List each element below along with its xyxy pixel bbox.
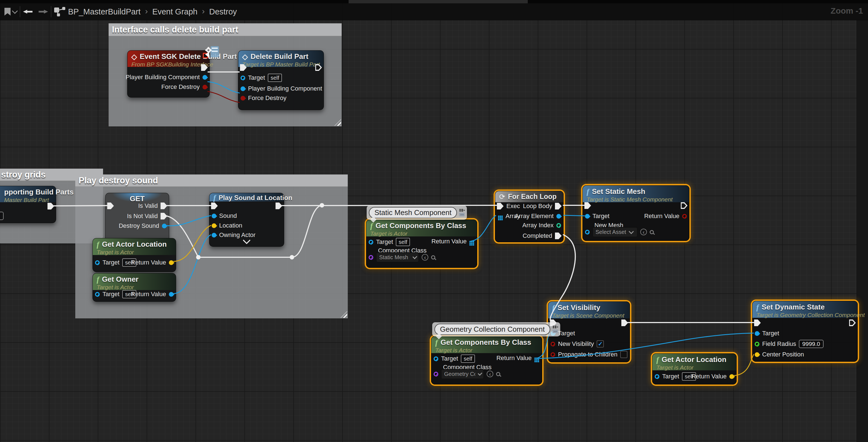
- vector-pin-in[interactable]: [755, 352, 760, 357]
- exec-out-pin[interactable]: [681, 202, 687, 209]
- node-get-owner[interactable]: f Get Owner Target is Actor Target self …: [92, 273, 176, 302]
- node-for-each-loop[interactable]: ⟳ For Each Loop Exec Array Loop Body Arr…: [495, 191, 564, 242]
- node-get-components-by-class-1[interactable]: f Get Components By Class Target is Acto…: [366, 219, 477, 268]
- bool-pin-out[interactable]: [682, 214, 687, 218]
- bool-pin-in[interactable]: [551, 342, 555, 347]
- class-dropdown[interactable]: Geometry Collec: [441, 369, 484, 379]
- node-delete-build-part[interactable]: ◇ Delete Build Part Target is BP Master …: [238, 50, 324, 110]
- vector-pin-in[interactable]: [212, 224, 216, 228]
- comment-title-bar[interactable]: Interface calls delete build part: [108, 23, 342, 36]
- field-radius-value-box[interactable]: 9999.0: [799, 340, 823, 348]
- breadcrumb-blueprint[interactable]: BP_MasterBuildPart: [68, 7, 141, 17]
- int-pin-out[interactable]: [556, 223, 561, 228]
- node-supporting-build-parts[interactable]: pporting Build Parts Master Build Part: [0, 186, 56, 223]
- target-pin[interactable]: [655, 374, 659, 379]
- exec-in-pin[interactable]: [497, 203, 503, 209]
- object-pin-in[interactable]: [212, 214, 216, 218]
- pin-label: Target: [662, 373, 679, 380]
- breadcrumb-event-graph[interactable]: Event Graph: [152, 7, 197, 17]
- exec-out-is-valid-pin[interactable]: [160, 203, 167, 209]
- function-icon: f: [656, 357, 659, 363]
- bubble-static-mesh-component[interactable]: Static Mesh Component …: [367, 206, 467, 220]
- exec-out-pin[interactable]: [201, 64, 208, 71]
- target-pin[interactable]: [585, 214, 590, 218]
- target-pin[interactable]: [755, 331, 760, 336]
- propagate-to-children-checkbox[interactable]: [620, 351, 627, 358]
- exec-in-pin[interactable]: [107, 203, 114, 209]
- browse-icon[interactable]: [650, 230, 654, 234]
- pin-icon[interactable]: [553, 326, 558, 328]
- browse-icon[interactable]: [431, 255, 435, 260]
- object-pin-in[interactable]: [241, 86, 245, 91]
- node-set-visibility[interactable]: f Set Visibility Target is Scene Compone…: [548, 301, 630, 362]
- object-pin-out[interactable]: [556, 214, 561, 218]
- self-value-box[interactable]: self: [461, 354, 475, 363]
- node-set-dynamic-state[interactable]: f Set Dynamic State Target is Geometry C…: [752, 301, 858, 362]
- object-pin-out[interactable]: [169, 292, 174, 297]
- node-event-sgk-delete-build-part[interactable]: ◇ Event SGK Delete Build Part From BP SG…: [127, 50, 210, 97]
- exec-out-loop-body-pin[interactable]: [555, 203, 562, 209]
- target-pin[interactable]: [369, 240, 373, 244]
- class-pin-in[interactable]: [369, 255, 373, 260]
- node-get-actor-location-1[interactable]: f Get Actor Location Target is Actor Tar…: [92, 238, 176, 272]
- float-pin-in[interactable]: [755, 342, 760, 347]
- exec-out-pin[interactable]: [48, 203, 54, 209]
- object-pin-out[interactable]: [162, 224, 167, 228]
- exec-in-pin[interactable]: [754, 320, 761, 326]
- pin-label: Loop Body: [523, 203, 552, 210]
- bookmarks-dropdown[interactable]: [4, 8, 17, 16]
- object-pin-in[interactable]: [212, 233, 216, 238]
- vector-pin-out[interactable]: [169, 260, 174, 265]
- use-selected-icon[interactable]: ‹: [422, 254, 428, 261]
- exec-out-pin[interactable]: [276, 203, 282, 209]
- exec-in-pin[interactable]: [584, 202, 591, 209]
- exec-out-pin[interactable]: [315, 64, 322, 71]
- node-title: Delete Build Part: [251, 52, 308, 61]
- more-options-icon[interactable]: …: [459, 213, 465, 216]
- more-options-icon[interactable]: …: [553, 329, 558, 333]
- pin-icon[interactable]: [459, 209, 464, 212]
- target-pin[interactable]: [95, 260, 100, 265]
- exec-out-completed-pin[interactable]: [555, 233, 562, 239]
- self-value-box[interactable]: self: [396, 238, 410, 246]
- array-pin-out[interactable]: [534, 358, 536, 359]
- comment-title: Play destroy sound: [79, 176, 158, 185]
- exec-out-pin[interactable]: [849, 320, 856, 326]
- target-pin[interactable]: [241, 76, 245, 80]
- value-box-clipped[interactable]: [0, 212, 4, 220]
- node-play-sound-at-location[interactable]: f Play Sound at Location Sound Location …: [209, 193, 284, 247]
- node-title: For Each Loop: [508, 193, 557, 201]
- vector-pin-out[interactable]: [730, 374, 734, 379]
- bool-pin-in[interactable]: [551, 352, 555, 357]
- exec-in-pin[interactable]: [211, 203, 218, 209]
- exec-out-pin[interactable]: [621, 320, 628, 326]
- browse-icon[interactable]: [496, 372, 500, 376]
- object-pin-in[interactable]: [585, 230, 590, 234]
- node-get-actor-location-2[interactable]: f Get Actor Location Target is Actor Tar…: [652, 353, 737, 384]
- target-pin[interactable]: [95, 292, 100, 297]
- class-pin-in[interactable]: [434, 372, 438, 377]
- object-pin-out[interactable]: [203, 75, 207, 80]
- bool-pin-out[interactable]: [203, 85, 207, 89]
- navigate-forward-button[interactable]: [39, 10, 48, 13]
- bool-pin-in[interactable]: [241, 96, 245, 100]
- bubble-geometry-collection-component[interactable]: Geometry Collection Component …: [432, 322, 560, 336]
- node-get-components-by-class-2[interactable]: f Get Components By Class Target is Acto…: [431, 336, 542, 384]
- asset-dropdown[interactable]: Select Asset: [592, 227, 638, 237]
- use-selected-icon[interactable]: ‹: [640, 229, 647, 235]
- node-set-static-mesh[interactable]: f Set Static Mesh Target is Static Mesh …: [583, 185, 689, 241]
- self-value-box[interactable]: self: [268, 73, 282, 82]
- array-pin-out[interactable]: [469, 241, 471, 242]
- exec-in-pin[interactable]: [240, 64, 247, 71]
- target-pin[interactable]: [434, 356, 438, 361]
- use-selected-icon[interactable]: ‹: [487, 371, 493, 377]
- function-icon: f: [552, 305, 555, 311]
- new-visibility-checkbox[interactable]: ✓: [597, 340, 604, 348]
- class-dropdown[interactable]: Static Mesh Cor: [376, 252, 419, 262]
- array-pin-in[interactable]: [498, 215, 499, 217]
- exec-out-is-not-valid-pin[interactable]: [160, 213, 167, 219]
- breadcrumb-destroy[interactable]: Destroy: [209, 7, 237, 17]
- pin-label: Return Value: [131, 291, 166, 298]
- comment-title-bar[interactable]: Play destroy sound: [75, 174, 348, 187]
- navigate-back-button[interactable]: [23, 10, 32, 13]
